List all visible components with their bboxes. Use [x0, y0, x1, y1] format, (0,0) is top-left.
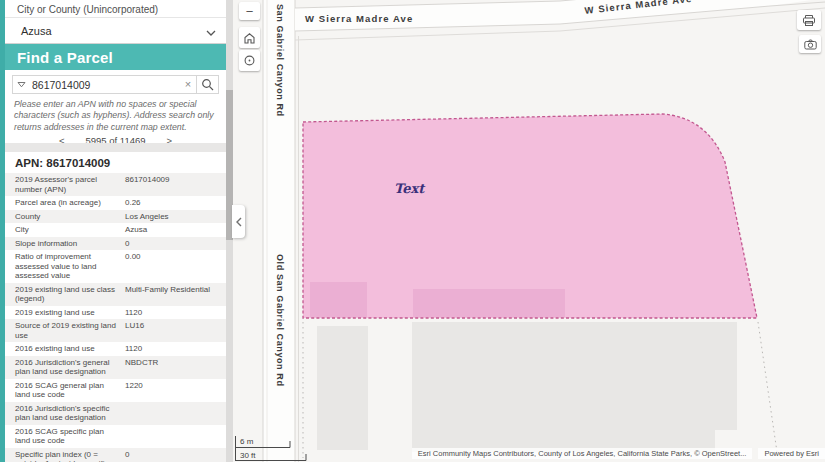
map-attribution-bar: Esri Community Maps Contributors, County…: [412, 448, 825, 459]
attribute-row: Specific plan index (0 = outside, 1 = in…: [5, 448, 226, 462]
next-page-button[interactable]: >: [164, 135, 176, 143]
attribute-label: Ratio of improvement assessed value to l…: [15, 252, 123, 281]
attribute-row: CountyLos Angeles: [5, 210, 226, 224]
attribute-value: Los Angeles: [123, 212, 222, 222]
attribute-row: Ratio of improvement assessed value to l…: [5, 250, 226, 283]
clear-search-icon[interactable]: ×: [180, 76, 196, 93]
attribute-value: 1120: [123, 308, 222, 318]
attribute-row: 2016 SCAG specific plan land use code: [5, 425, 226, 448]
attribute-label: Specific plan index (0 = outside, 1 = in…: [15, 450, 123, 462]
region-widget: City or County (Unincorporated) Azusa: [5, 0, 226, 44]
attribute-label: Slope information: [15, 239, 123, 249]
pagination: < 5995 of 11469 >: [12, 135, 219, 143]
apn-header: APN: 8617014009: [15, 157, 226, 169]
attribute-row: 2019 Assessor's parcel number (APN)86170…: [5, 173, 226, 196]
page-indicator: 5995 of 11469: [85, 135, 145, 143]
home-icon: [243, 32, 256, 44]
attribute-row: 2016 existing land use1120: [5, 342, 226, 356]
app-window: City or County (Unincorporated) Azusa Fi…: [0, 0, 825, 462]
parcel-result-panel: APN: 8617014009 2019 Assessor's parcel n…: [5, 152, 226, 462]
attribute-value: LU16: [123, 321, 222, 340]
attribute-label: 2016 existing land use: [15, 344, 123, 354]
attribute-value: 8617014009: [123, 175, 222, 194]
print-button[interactable]: [797, 10, 821, 30]
search-icon: [201, 78, 214, 91]
attribute-label: Source of 2019 existing land use: [15, 321, 123, 340]
parcel-building-shade: [413, 289, 565, 317]
region-select-label: City or County (Unincorporated): [5, 0, 226, 17]
search-help-text: Please enter an APN with no spaces or sp…: [14, 99, 217, 133]
chevron-left-icon: [235, 216, 243, 228]
apn-search-input[interactable]: [30, 79, 180, 91]
attribute-label: County: [15, 212, 123, 222]
attribute-row: Parcel area (in acreage)0.26: [5, 196, 226, 210]
parcel-building-shade: [310, 282, 367, 317]
attribute-label: Parcel area (in acreage): [15, 198, 123, 208]
panel-divider: [5, 143, 226, 152]
collapse-sidebar-button[interactable]: [232, 205, 245, 238]
zoom-out-button[interactable]: −: [239, 2, 260, 20]
map-pane: Text W Sierra Madre Ave W Sierra Madre A…: [233, 0, 825, 462]
attribute-table: 2019 Assessor's parcel number (APN)86170…: [5, 173, 226, 462]
selected-parcel-polygon[interactable]: [303, 114, 757, 318]
attribute-label: 2019 existing land use: [15, 308, 123, 318]
attribute-label: 2016 Jurisdiction's specific plan land u…: [15, 404, 123, 423]
attribute-value: [123, 427, 222, 446]
attribute-label: 2019 Assessor's parcel number (APN): [15, 175, 123, 194]
home-button[interactable]: [239, 27, 260, 48]
attribute-value: Azusa: [123, 225, 222, 235]
locate-button[interactable]: [239, 50, 260, 71]
scale-metric-label: 6 m: [240, 437, 254, 446]
attribute-label: 2016 SCAG general plan land use code: [15, 381, 123, 400]
attribute-value: 0.00: [123, 252, 222, 281]
attribute-value: 0: [123, 239, 222, 249]
street-label-san-gabriel: San Gabriel Canyon Rd: [275, 4, 285, 117]
apn-search-box: ×: [12, 75, 219, 94]
attribute-value: NBDCTR: [123, 358, 222, 377]
attribute-row: Slope information0: [5, 237, 226, 251]
attribute-value: Multi-Family Residential: [123, 285, 222, 304]
attribute-label: 2016 Jurisdiction's general plan land us…: [15, 358, 123, 377]
sidebar: City or County (Unincorporated) Azusa Fi…: [5, 0, 226, 462]
attribute-value: 1120: [123, 344, 222, 354]
screenshot-button[interactable]: [799, 35, 821, 53]
scale-imperial-label: 30 ft: [240, 451, 256, 460]
street-label-old-san-gabriel: Old San Gabriel Canyon Rd: [275, 254, 285, 387]
attribute-value: 0: [123, 450, 222, 462]
street-label-sierra-madre-left: W Sierra Madre Ave: [305, 13, 413, 24]
map-canvas[interactable]: Text W Sierra Madre Ave W Sierra Madre A…: [233, 0, 825, 462]
powered-by-esri: Powered by Esri: [758, 448, 825, 459]
attribute-row: 2016 Jurisdiction's general plan land us…: [5, 356, 226, 379]
attribute-label: City: [15, 225, 123, 235]
search-button[interactable]: [196, 76, 218, 93]
camera-icon: [804, 39, 817, 50]
attribute-value: 1220: [123, 381, 222, 400]
find-parcel-title: Find a Parcel: [5, 44, 226, 70]
attribute-row: 2016 SCAG general plan land use code1220: [5, 379, 226, 402]
attribute-value: 0.26: [123, 198, 222, 208]
attribute-value: [123, 404, 222, 423]
attribute-label: 2019 existing land use class (legend): [15, 285, 123, 304]
search-panel: × Please enter an APN with no spaces or …: [5, 70, 226, 143]
attribute-label: 2016 SCAG specific plan land use code: [15, 427, 123, 446]
search-options-icon[interactable]: [13, 81, 30, 88]
prev-page-button[interactable]: <: [56, 135, 68, 143]
building-footprint: [412, 322, 737, 452]
region-select-value: Azusa: [21, 25, 52, 37]
attribute-row: 2019 existing land use1120: [5, 306, 226, 320]
attribute-row: CityAzusa: [5, 223, 226, 237]
print-icon: [802, 14, 816, 27]
region-select[interactable]: Azusa: [5, 17, 226, 44]
attribute-row: 2016 Jurisdiction's specific plan land u…: [5, 402, 226, 425]
attribute-row: Source of 2019 existing land useLU16: [5, 319, 226, 342]
building-footprint: [317, 326, 368, 450]
attribution-text: Esri Community Maps Contributors, County…: [412, 448, 753, 459]
locate-icon: [243, 54, 256, 67]
chevron-down-icon: [206, 22, 216, 40]
parcel-text-label: Text: [394, 181, 426, 196]
attribute-row: 2019 existing land use class (legend)Mul…: [5, 283, 226, 306]
